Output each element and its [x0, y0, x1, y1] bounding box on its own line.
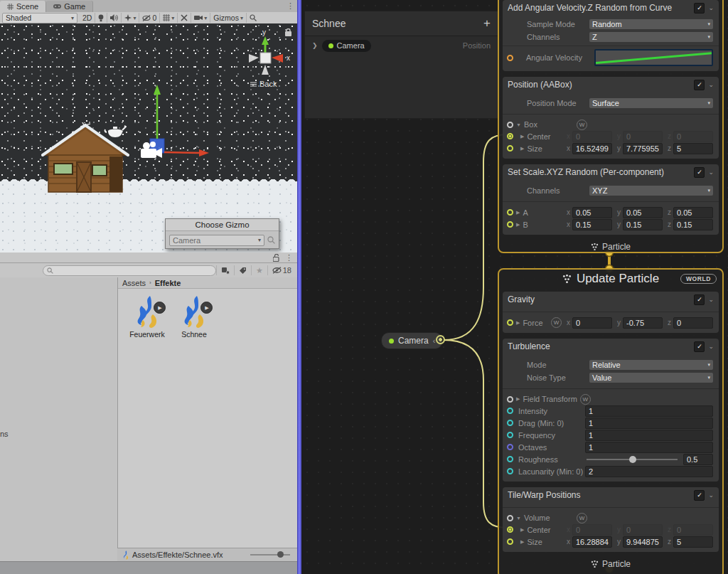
expander-icon[interactable]: ❯	[312, 42, 318, 49]
foldout-icon[interactable]: ▶	[516, 222, 520, 228]
angular-velocity-port[interactable]	[507, 55, 513, 61]
tabbar-menu-icon[interactable]: ⋮	[287, 2, 294, 10]
b-x-field[interactable]: 0.15	[572, 219, 612, 230]
camera-output-port[interactable]	[436, 335, 445, 344]
lock-icon[interactable]	[285, 28, 291, 36]
collapse-chevron-icon[interactable]: ⌄	[708, 491, 714, 499]
world-space-toggle[interactable]: W	[551, 317, 562, 328]
effects-dropdown-button[interactable]: ▾	[122, 13, 139, 23]
thumbnail-size-slider[interactable]	[250, 554, 290, 556]
lacunarity-port[interactable]	[507, 468, 513, 474]
channels-dropdown[interactable]: XYZ▾	[589, 186, 713, 196]
collapse-chevron-icon[interactable]: ⌄	[708, 81, 714, 88]
component-tools-button[interactable]	[178, 13, 191, 23]
crumb-folder[interactable]: Effekte	[155, 279, 181, 287]
a-y-field[interactable]: 0.05	[623, 207, 663, 218]
center-y-field[interactable]: 0	[623, 524, 663, 536]
size-x-field[interactable]: 16.52499	[572, 143, 612, 154]
flow-anchor-particle[interactable]: Particle	[499, 240, 722, 253]
world-space-toggle[interactable]: W	[580, 394, 591, 405]
size-y-field[interactable]: 9.944875	[623, 536, 663, 548]
scene-visibility-button[interactable]: 0	[139, 13, 160, 23]
mode-dropdown[interactable]: Relative▾	[589, 360, 713, 370]
center-z-field[interactable]: 0	[673, 524, 713, 536]
position-mode-dropdown[interactable]: Surface▾	[589, 98, 713, 108]
asset-play-badge[interactable]: ▶	[200, 302, 213, 314]
size-port[interactable]	[507, 145, 513, 152]
parameter-row-camera[interactable]: ❯ Camera Position	[305, 36, 498, 55]
a-port[interactable]	[507, 209, 513, 216]
folder-tree-pane[interactable]: ns	[0, 277, 118, 548]
favorites-button[interactable]: ★	[251, 265, 267, 275]
world-space-toggle[interactable]: W	[577, 513, 587, 523]
tab-game[interactable]: Game	[46, 1, 93, 12]
size-x-field[interactable]: 16.28884	[572, 536, 612, 548]
center-port[interactable]	[507, 133, 513, 139]
sample-mode-dropdown[interactable]: Random▾	[589, 19, 713, 29]
gizmo-name-field[interactable]: Camera ▾	[169, 235, 264, 246]
roughness-field[interactable]: 0.5	[683, 454, 713, 465]
foldout-icon[interactable]: ▶	[520, 527, 524, 533]
size-port[interactable]	[507, 538, 513, 545]
octaves-field[interactable]: 1	[585, 442, 713, 453]
space-badge[interactable]: WORLD	[680, 274, 717, 284]
foldout-icon[interactable]: ▶	[516, 210, 520, 216]
size-z-field[interactable]: 5	[673, 143, 713, 154]
center-y-field[interactable]: 0	[623, 131, 663, 142]
slider-knob[interactable]	[629, 456, 636, 463]
b-z-field[interactable]: 0.15	[673, 219, 713, 230]
orientation-gizmo[interactable]: y x	[242, 29, 296, 100]
add-parameter-button[interactable]: +	[483, 16, 491, 31]
block-set-scale[interactable]: Set Scale.XYZ Random (Per-component) ✓ ⌄…	[503, 164, 719, 235]
block-tile-warp[interactable]: Tile/Warp Positions ✓ ⌄ ▼ Volume W ▶ Cen…	[503, 487, 719, 552]
collapse-icon[interactable]: ‹	[433, 336, 436, 345]
foldout-open-icon[interactable]: ▼	[516, 122, 521, 127]
update-context-header[interactable]: Update Particle WORLD	[499, 270, 722, 288]
a-x-field[interactable]: 0.05	[572, 207, 612, 218]
force-y-field[interactable]: -0.75	[623, 317, 663, 329]
enabled-checkbox[interactable]: ✓	[694, 341, 705, 352]
draw-mode-dropdown[interactable]: Shaded ▾	[2, 13, 77, 23]
center-x-field[interactable]: 0	[572, 524, 612, 536]
enabled-checkbox[interactable]: ✓	[694, 294, 705, 305]
collapse-chevron-icon[interactable]: ⌄	[708, 343, 714, 350]
asset-feuerwerk[interactable]: ▶ Feuerwerk	[125, 296, 169, 339]
force-port[interactable]	[507, 319, 513, 326]
tree-item-clipped[interactable]: ns	[0, 430, 9, 438]
lighting-toggle-button[interactable]	[95, 13, 107, 23]
intensity-field[interactable]: 1	[585, 405, 713, 417]
toggle-2d-button[interactable]: 2D	[80, 13, 95, 23]
tab-scene[interactable]: Scene	[0, 1, 46, 12]
enabled-checkbox[interactable]: ✓	[694, 490, 705, 501]
foldout-icon[interactable]: ▶	[516, 320, 520, 326]
flow-anchor-particle[interactable]: Particle	[499, 558, 722, 570]
intensity-port[interactable]	[507, 408, 513, 414]
center-z-field[interactable]: 0	[673, 131, 713, 142]
asset-play-badge[interactable]: ▶	[154, 302, 166, 314]
foldout-icon[interactable]: ▶	[520, 539, 524, 545]
collapse-chevron-icon[interactable]: ⌄	[708, 296, 714, 303]
scene-viewport[interactable]: y x Back Choose Gizmo Camera ▾	[0, 23, 297, 253]
noise-type-dropdown[interactable]: Value▾	[589, 373, 713, 383]
search-by-label-button[interactable]	[234, 265, 251, 275]
lamp-gizmo-icon[interactable]	[104, 121, 127, 141]
unlock-icon[interactable]	[273, 254, 279, 262]
a-z-field[interactable]: 0.05	[673, 207, 713, 218]
field-transform-port[interactable]	[507, 396, 513, 403]
block-turbulence[interactable]: Turbulence ✓ ⌄ Mode Relative▾ Noise Type…	[503, 339, 719, 482]
project-menu-icon[interactable]: ⋮	[285, 254, 293, 262]
frequency-port[interactable]	[507, 432, 513, 438]
enabled-checkbox[interactable]: ✓	[694, 167, 705, 178]
foldout-icon[interactable]: ▶	[516, 396, 520, 402]
foldout-icon[interactable]: ▶	[520, 146, 524, 152]
curve-field[interactable]	[594, 49, 713, 66]
search-by-type-button[interactable]	[216, 265, 234, 275]
collapse-chevron-icon[interactable]: ⌄	[708, 169, 714, 176]
lacunarity-field[interactable]: 2	[585, 466, 713, 477]
project-search-input[interactable]	[43, 265, 216, 276]
hidden-assets-button[interactable]: 18	[267, 265, 297, 275]
frequency-field[interactable]: 1	[585, 430, 713, 441]
block-position-aabox[interactable]: Position (AABox) ✓ ⌄ Position Mode Surfa…	[503, 77, 719, 159]
volume-port[interactable]	[507, 515, 513, 521]
b-y-field[interactable]: 0.15	[623, 219, 663, 230]
